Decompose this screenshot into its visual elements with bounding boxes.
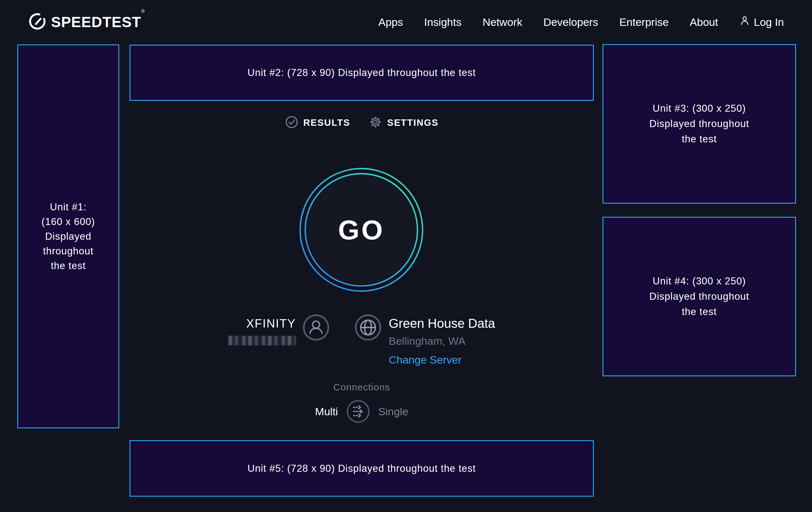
ad-unit-1[interactable]: Unit #1: (160 x 600) Displayed throughou… [17, 44, 119, 428]
tab-results[interactable]: RESULTS [285, 115, 350, 130]
nav-item-insights[interactable]: Insights [424, 16, 462, 28]
single-connection-option[interactable]: Single [378, 405, 409, 418]
ad-line: Unit #3: (300 x 250) [652, 101, 746, 116]
ad-unit-2[interactable]: Unit #2: (728 x 90) Displayed throughout… [129, 45, 594, 101]
ad-line: Displayed throughout [649, 289, 749, 304]
ad-line: (160 x 600) [41, 215, 95, 229]
multi-connections-option[interactable]: Multi [315, 405, 338, 418]
ad-unit-3[interactable]: Unit #3: (300 x 250) Displayed throughou… [603, 44, 796, 204]
ad-line: throughout [43, 244, 93, 259]
main-nav: Apps Insights Network Developers Enterpr… [378, 15, 784, 29]
nav-item-enterprise[interactable]: Enterprise [619, 16, 669, 28]
ad-line: the test [51, 259, 86, 273]
ad-line: Unit #2: (728 x 90) Displayed throughout… [248, 65, 476, 80]
ad-line: the test [682, 304, 717, 320]
tab-results-label: RESULTS [303, 117, 350, 128]
ad-line: Unit #5: (728 x 90) Displayed throughout… [248, 461, 476, 476]
tab-settings[interactable]: SETTINGS [369, 115, 438, 130]
server-location: Bellingham, WA [389, 335, 466, 347]
ad-unit-5[interactable]: Unit #5: (728 x 90) Displayed throughout… [129, 440, 594, 497]
ad-line: Unit #1: [50, 200, 87, 215]
nav-item-developers[interactable]: Developers [544, 16, 598, 28]
change-server-link[interactable]: Change Server [389, 354, 462, 366]
go-label: GO [299, 168, 424, 292]
connections-toggle-button[interactable] [346, 400, 370, 423]
ad-unit-4[interactable]: Unit #4: (300 x 250) Displayed throughou… [603, 217, 796, 376]
server-name: Green House Data [389, 316, 495, 331]
server-info: Green House Data Bellingham, WA Change S… [355, 314, 495, 366]
tabs-bar: RESULTS SETTINGS [129, 115, 594, 130]
person-circle-icon [303, 314, 329, 342]
go-button[interactable]: GO [299, 168, 424, 292]
connection-info: XFINITY Green Hou [129, 314, 594, 366]
isp-info: XFINITY [228, 314, 329, 345]
speedometer-logo-icon [28, 12, 47, 32]
gear-icon [369, 115, 382, 130]
login-label: Log In [754, 16, 784, 28]
nav-item-network[interactable]: Network [483, 16, 522, 28]
connections-label: Connections [333, 382, 390, 393]
ad-line: the test [682, 132, 717, 147]
speedtest-logo[interactable]: SPEEDTEST® [28, 12, 145, 32]
logo-trademark: ® [141, 8, 145, 14]
nav-item-apps[interactable]: Apps [378, 16, 403, 28]
nav-item-about[interactable]: About [690, 16, 718, 28]
check-circle-icon [285, 115, 298, 130]
speedtest-page: SPEEDTEST® Apps Insights Network Develop… [0, 0, 812, 512]
ad-line: Unit #4: (300 x 250) [652, 274, 746, 289]
logo-text: SPEEDTEST® [51, 14, 145, 31]
header: SPEEDTEST® Apps Insights Network Develop… [0, 0, 812, 44]
globe-circle-icon [355, 314, 381, 342]
isp-ip-redacted [228, 336, 296, 345]
login-button[interactable]: Log In [739, 15, 784, 29]
ad-line: Displayed throughout [649, 116, 749, 132]
multi-arrows-icon [346, 400, 370, 423]
tab-settings-label: SETTINGS [387, 117, 438, 128]
connections-section: Connections Multi Single [129, 382, 594, 423]
user-icon [739, 15, 750, 29]
isp-name: XFINITY [246, 317, 296, 331]
ad-line: Displayed [45, 229, 91, 244]
